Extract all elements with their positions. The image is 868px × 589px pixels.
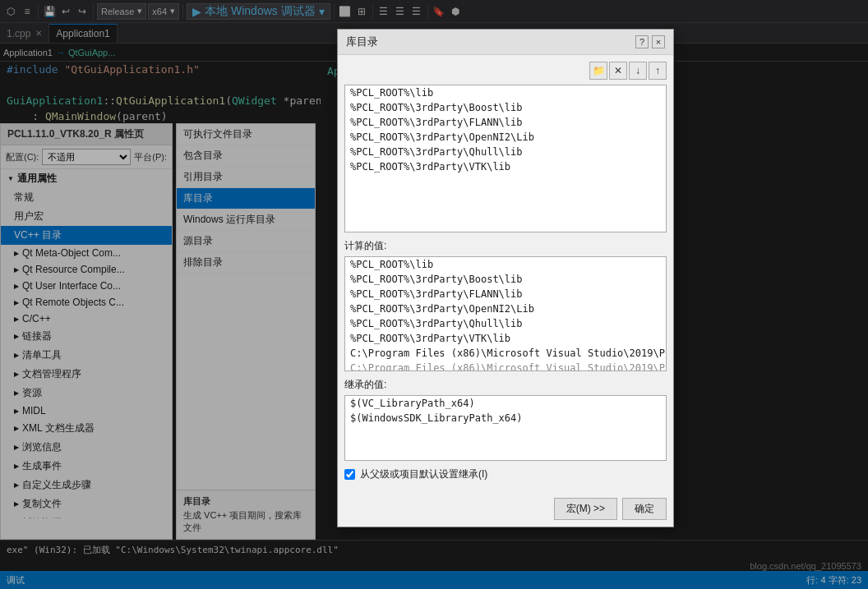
computed-item: %PCL_ROOT%\3rdParty\OpenNI2\Lib (345, 301, 666, 316)
dialog-titlebar: 库目录 ? × (338, 30, 673, 55)
inherited-item: $(WindowsSDK_LibraryPath_x64) (345, 411, 666, 426)
inherited-values-box[interactable]: $(VC_LibraryPath_x64) $(WindowsSDK_Libra… (344, 395, 667, 461)
computed-item: %PCL_ROOT%\3rdParty\FLANN\lib (345, 287, 666, 301)
inherit-checkbox[interactable] (344, 469, 355, 480)
library-dir-dialog: 库目录 ? × 📁 ✕ ↓ ↑ %PCL_ROOT%\lib %PCL_ROOT… (337, 29, 674, 527)
dialog-body: 📁 ✕ ↓ ↑ %PCL_ROOT%\lib %PCL_ROOT%\3rdPar… (338, 55, 673, 495)
computed-values-box[interactable]: %PCL_ROOT%\lib %PCL_ROOT%\3rdParty\Boost… (344, 256, 667, 371)
dialog-toolbar: 📁 ✕ ↓ ↑ (344, 62, 667, 80)
library-paths-listbox[interactable]: %PCL_ROOT%\lib %PCL_ROOT%\3rdParty\Boost… (344, 85, 667, 232)
ok-button[interactable]: 确定 (622, 498, 667, 520)
computed-item: %PCL_ROOT%\3rdParty\Boost\lib (345, 272, 666, 287)
inherited-label: 继承的值: (344, 378, 667, 392)
computed-item: C:\Program Files (x86)\Microsoft Visual … (345, 346, 666, 361)
list-item[interactable]: %PCL_ROOT%\3rdParty\Qhull\lib (345, 145, 666, 159)
dialog-footer: 宏(M) >> 确定 (338, 495, 673, 527)
list-item[interactable]: %PCL_ROOT%\3rdParty\OpenNI2\Lib (345, 130, 666, 145)
computed-item: C:\Program Files (x86)\Microsoft Visual … (345, 361, 666, 371)
inherit-checkbox-label: 从父级或项目默认设置继承(I) (360, 467, 487, 481)
move-down-button[interactable]: ↓ (629, 62, 647, 80)
dialog-title: 库目录 (346, 35, 378, 49)
list-item[interactable]: %PCL_ROOT%\lib (345, 85, 666, 100)
computed-item: %PCL_ROOT%\3rdParty\VTK\lib (345, 331, 666, 346)
dialog-help-button[interactable]: ? (635, 35, 649, 48)
computed-label: 计算的值: (344, 239, 667, 253)
list-item[interactable]: %PCL_ROOT%\3rdParty\Boost\lib (345, 100, 666, 115)
dialog-close-button[interactable]: × (652, 35, 665, 48)
inherit-checkbox-row: 从父级或项目默认设置继承(I) (344, 467, 667, 481)
macro-button[interactable]: 宏(M) >> (554, 498, 617, 520)
list-item[interactable]: %PCL_ROOT%\3rdParty\VTK\lib (345, 159, 666, 174)
list-item[interactable]: %PCL_ROOT%\3rdParty\FLANN\lib (345, 115, 666, 130)
titlebar-icons: ? × (635, 35, 665, 48)
inherited-item: $(VC_LibraryPath_x64) (345, 396, 666, 411)
computed-item: %PCL_ROOT%\lib (345, 257, 666, 272)
move-up-button[interactable]: ↑ (649, 62, 667, 80)
new-folder-button[interactable]: 📁 (589, 62, 607, 80)
computed-item: %PCL_ROOT%\3rdParty\Qhull\lib (345, 316, 666, 331)
delete-button[interactable]: ✕ (609, 62, 627, 80)
